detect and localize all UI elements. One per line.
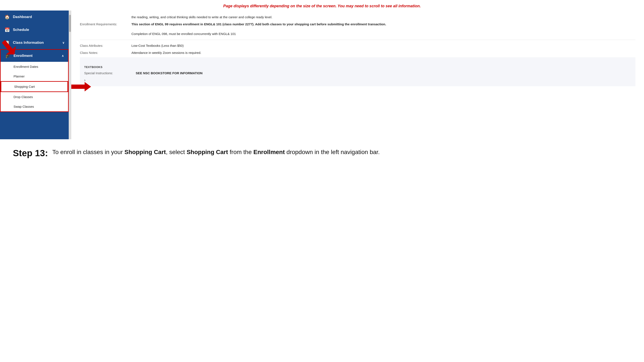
page-notice: Page displays differently depending on t… bbox=[0, 0, 644, 10]
divider-1 bbox=[80, 40, 636, 40]
sidebar-item-drop-classes[interactable]: Drop Classes bbox=[1, 92, 68, 102]
scrollbar-thumb bbox=[69, 15, 71, 32]
class-info-icon: 📋 bbox=[4, 40, 10, 45]
enrollment-label: Enrollment bbox=[14, 54, 58, 58]
step-shopping-cart-bold2: Shopping Cart bbox=[186, 149, 228, 155]
class-information-label: Class Information bbox=[13, 40, 59, 45]
step-13-section: Step 13: To enroll in classes in your Sh… bbox=[0, 139, 644, 167]
step-text-part2: , select bbox=[166, 149, 186, 155]
enrollment-req-text2: Completion of ENGL 098, must be enrolled… bbox=[132, 32, 236, 36]
step-text-part3: from the bbox=[228, 149, 254, 155]
textbooks-heading: TEXTBOOKS bbox=[84, 65, 631, 69]
enrollment-requirements-row: Enrollment Requirements: This section of… bbox=[80, 22, 636, 36]
home-icon: 🏠 bbox=[4, 14, 10, 19]
special-instructions-row: Special Instructions: SEE NSC BOOKSTORE … bbox=[84, 71, 631, 76]
sidebar-item-dashboard[interactable]: 🏠 Dashboard bbox=[0, 10, 69, 23]
class-notes-row: Class Notes: Attendance in weekly Zoom s… bbox=[80, 50, 636, 55]
enrollment-requirements-value: This section of ENGL 99 requires enrollm… bbox=[132, 22, 636, 36]
sidebar-item-class-information[interactable]: 📋 Class Information ∨ bbox=[0, 36, 69, 49]
scrollbar[interactable] bbox=[69, 10, 71, 139]
step-text: To enroll in classes in your Shopping Ca… bbox=[52, 148, 380, 156]
class-attributes-value: Low-Cost Textbooks (Less than $50) bbox=[132, 43, 636, 48]
calendar-icon: 📅 bbox=[4, 27, 10, 32]
enrollment-section: 🎓 Enrollment ∧ Enrollment Dates Planner … bbox=[0, 49, 69, 112]
intro-text: the reading, writing, and critical think… bbox=[132, 15, 636, 20]
sidebar-item-planner[interactable]: Planner bbox=[1, 71, 68, 81]
intro-label bbox=[80, 15, 132, 20]
dashboard-label: Dashboard bbox=[13, 15, 64, 19]
sidebar: 🏠 Dashboard 📅 Schedule 📋 Class Informati… bbox=[0, 10, 69, 139]
enrollment-submenu: Enrollment Dates Planner Shopping Cart D… bbox=[1, 62, 68, 111]
sidebar-item-swap-classes[interactable]: Swap Classes bbox=[1, 102, 68, 111]
step-enrollment-bold: Enrollment bbox=[254, 149, 285, 155]
shopping-cart-label: Shopping Cart bbox=[14, 85, 63, 88]
right-red-arrow bbox=[68, 82, 91, 91]
expand-chevron-icon[interactable]: › bbox=[84, 78, 631, 82]
enrollment-icon: 🎓 bbox=[5, 53, 10, 58]
class-notes-value: Attendance in weekly Zoom sessions is re… bbox=[132, 50, 636, 55]
sidebar-item-enrollment-dates[interactable]: Enrollment Dates bbox=[1, 62, 68, 71]
chevron-up-icon: ∧ bbox=[62, 54, 64, 57]
class-attributes-label: Class Attributes: bbox=[80, 43, 132, 48]
content-area: the reading, writing, and critical think… bbox=[71, 10, 644, 139]
svg-marker-0 bbox=[68, 82, 91, 91]
step-text-part4: dropdown in the left navigation bar. bbox=[285, 149, 380, 155]
chevron-down-icon: ∨ bbox=[62, 41, 64, 44]
class-attributes-row: Class Attributes: Low-Cost Textbooks (Le… bbox=[80, 43, 636, 48]
enrollment-requirements-label: Enrollment Requirements: bbox=[80, 22, 132, 36]
step-text-part1: To enroll in classes in your bbox=[52, 149, 124, 155]
special-instructions-label: Special Instructions: bbox=[84, 71, 136, 76]
sidebar-item-enrollment[interactable]: 🎓 Enrollment ∧ bbox=[1, 50, 68, 62]
class-notes-label: Class Notes: bbox=[80, 50, 132, 55]
step-number: Step 13: bbox=[13, 148, 48, 159]
special-instructions-value: SEE NSC BOOKSTORE FOR INFORMATION bbox=[136, 71, 631, 76]
schedule-label: Schedule bbox=[13, 28, 64, 32]
textbooks-section: TEXTBOOKS Special Instructions: SEE NSC … bbox=[80, 57, 636, 86]
intro-row: the reading, writing, and critical think… bbox=[80, 15, 636, 20]
sidebar-item-schedule[interactable]: 📅 Schedule bbox=[0, 23, 69, 36]
step-shopping-cart-bold1: Shopping Cart bbox=[124, 149, 166, 155]
enrollment-req-text1: This section of ENGL 99 requires enrollm… bbox=[132, 22, 386, 26]
sidebar-item-shopping-cart[interactable]: Shopping Cart bbox=[1, 81, 68, 92]
